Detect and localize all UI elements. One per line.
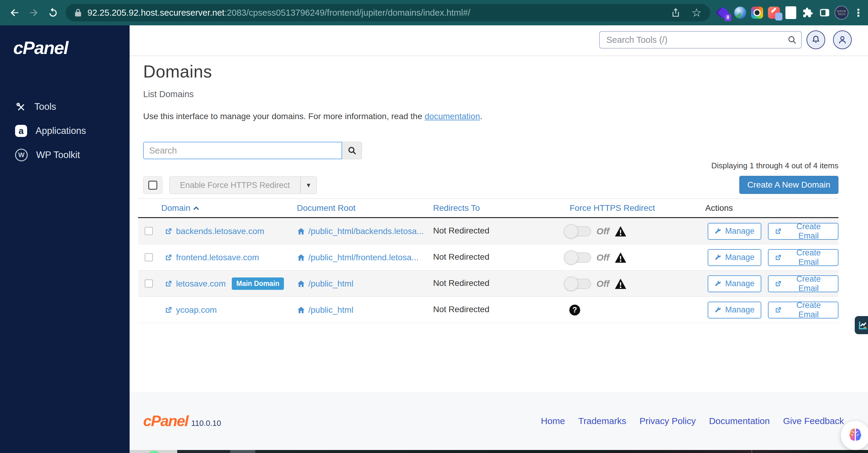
wrench-icon	[714, 254, 721, 261]
row-checkbox[interactable]	[145, 280, 153, 288]
extension-diamond-icon[interactable]: 8	[715, 0, 732, 25]
puzzle-icon	[802, 7, 813, 18]
actions-cell: Manage Create Email	[708, 218, 838, 244]
documentation-link[interactable]: documentation	[425, 112, 480, 121]
back-icon	[9, 7, 20, 19]
domain-link[interactable]: ycoap.com	[176, 305, 217, 315]
domain-search-button[interactable]	[342, 142, 362, 159]
external-link-icon	[775, 254, 782, 261]
table-body: backends.letosave.com /public_html/backe…	[138, 218, 838, 323]
avatar-text-line2: TECH	[838, 13, 846, 16]
sort-asc-icon	[193, 206, 199, 210]
tools-search-input[interactable]	[599, 31, 802, 49]
create-email-button[interactable]: Create Email	[768, 302, 838, 318]
applications-icon: a	[15, 125, 27, 137]
create-email-button-label: Create Email	[785, 301, 832, 319]
share-icon[interactable]	[670, 7, 681, 18]
footer-link[interactable]: Trademarks	[578, 416, 626, 426]
account-button[interactable]	[833, 30, 852, 49]
footer-links: HomeTrademarksPrivacy PolicyDocumentatio…	[541, 392, 844, 450]
extension-idm-icon[interactable]	[732, 0, 749, 25]
cpanel-footer-logo[interactable]: cPanel	[143, 412, 188, 430]
main-domain-badge: Main Domain	[232, 278, 284, 290]
create-email-button[interactable]: Create Email	[768, 275, 838, 292]
header-redirects-to[interactable]: Redirects To	[433, 203, 480, 213]
manage-button[interactable]: Manage	[708, 223, 761, 240]
doc-root-link[interactable]: /public_html	[308, 279, 353, 289]
domain-search-input[interactable]	[143, 142, 342, 159]
create-email-button[interactable]: Create Email	[768, 249, 838, 266]
header-label: Redirects To	[433, 203, 480, 213]
url-path: :2083/cpsess0513796249/frontend/jupiter/…	[224, 8, 470, 18]
header-force-https[interactable]: Force HTTPS Redirect	[569, 203, 655, 213]
extension-lens-icon[interactable]	[749, 0, 766, 25]
warning-icon[interactable]	[615, 279, 626, 289]
select-all-checkbox[interactable]	[148, 181, 157, 190]
footer-link[interactable]: Home	[541, 416, 565, 426]
notifications-button[interactable]	[807, 30, 825, 49]
manage-button[interactable]: Manage	[708, 275, 761, 292]
warning-icon[interactable]	[615, 226, 626, 236]
manage-button[interactable]: Manage	[708, 249, 761, 266]
doc-root-link[interactable]: /public_html	[308, 305, 353, 315]
forward-button[interactable]	[24, 3, 43, 22]
url-text: 92.25.205.92.host.secureserver.net:2083/…	[87, 8, 664, 18]
sidebar-item-applications[interactable]: a Applications	[0, 119, 130, 143]
domain-link[interactable]: letosave.com	[176, 279, 226, 289]
https-toggle[interactable]	[564, 279, 591, 289]
doc-root-link[interactable]: /public_html/backends.letosa...	[308, 227, 424, 236]
https-toggle[interactable]	[564, 226, 591, 236]
search-icon[interactable]	[787, 35, 797, 45]
manage-button-label: Manage	[725, 227, 755, 236]
domain-link[interactable]: backends.letosave.com	[176, 227, 264, 236]
unknown-https-icon[interactable]: ?	[569, 305, 580, 315]
footer-link[interactable]: Give Feedback	[783, 416, 844, 426]
back-button[interactable]	[5, 3, 24, 22]
manage-button[interactable]: Manage	[708, 302, 761, 318]
browser-menu-button[interactable]: ⋮	[850, 0, 867, 25]
stats-side-tab[interactable]	[855, 316, 868, 334]
home-icon	[297, 306, 305, 314]
sidebar-item-tools[interactable]: Tools	[0, 95, 130, 119]
extensions-puzzle-button[interactable]	[799, 0, 816, 25]
browser-nav-buttons	[5, 0, 63, 25]
header-label: Document Root	[297, 203, 355, 213]
footer-link[interactable]: Privacy Policy	[640, 416, 696, 426]
domain-link[interactable]: frontend.letosave.com	[176, 253, 259, 262]
strip-segment	[255, 450, 868, 453]
extension-colorpicker-icon[interactable]	[766, 0, 782, 25]
lock-icon	[74, 8, 82, 17]
address-bar[interactable]: 92.25.205.92.host.secureserver.net:2083/…	[66, 4, 710, 21]
extension-doc-icon[interactable]	[782, 0, 799, 25]
create-domain-button[interactable]: Create A New Domain	[739, 176, 838, 194]
profile-avatar[interactable]: ISZVIK TECH	[833, 0, 850, 25]
header-domain[interactable]: Domain	[161, 203, 199, 213]
sidebar-item-wp-toolkit[interactable]: W WP Toolkit	[0, 143, 130, 167]
reload-button[interactable]	[43, 3, 63, 22]
cpanel-logo[interactable]: cPanel	[13, 37, 68, 58]
footer-link[interactable]: Documentation	[709, 416, 770, 426]
https-toggle[interactable]	[564, 252, 591, 263]
row-checkbox[interactable]	[145, 227, 153, 235]
bulk-https-button[interactable]: Enable Force HTTPS Redirect	[169, 176, 301, 194]
assistant-widget[interactable]	[841, 421, 868, 450]
bookmark-star-icon[interactable]: ☆	[691, 7, 702, 19]
warning-icon[interactable]	[615, 252, 626, 263]
doc-root-link[interactable]: /public_html/frontend.letosa...	[308, 253, 418, 262]
extensions-row: 8 ISZVIK TECH ⋮	[715, 0, 867, 25]
domain-cell: letosave.com Main Domain	[164, 271, 284, 297]
header-document-root[interactable]: Document Root	[297, 203, 355, 213]
toggle-knob	[564, 277, 578, 291]
create-email-button[interactable]: Create Email	[768, 223, 838, 240]
manage-button-label: Manage	[725, 253, 755, 262]
side-panel-button[interactable]	[816, 0, 833, 25]
redirect-status: Not Redirected	[433, 226, 490, 235]
bulk-dropdown-button[interactable]: ▼	[301, 176, 317, 194]
bulk-action: Enable Force HTTPS Redirect ▼	[169, 176, 317, 194]
row-checkbox[interactable]	[145, 253, 153, 261]
sidebar: cPanel Tools a Applications W WP Toolkit	[0, 25, 130, 453]
table-header: Domain Document Root Redirects To Force …	[138, 198, 838, 218]
bell-icon	[811, 35, 821, 45]
search-icon	[347, 146, 357, 155]
header-actions: Actions	[705, 203, 733, 213]
